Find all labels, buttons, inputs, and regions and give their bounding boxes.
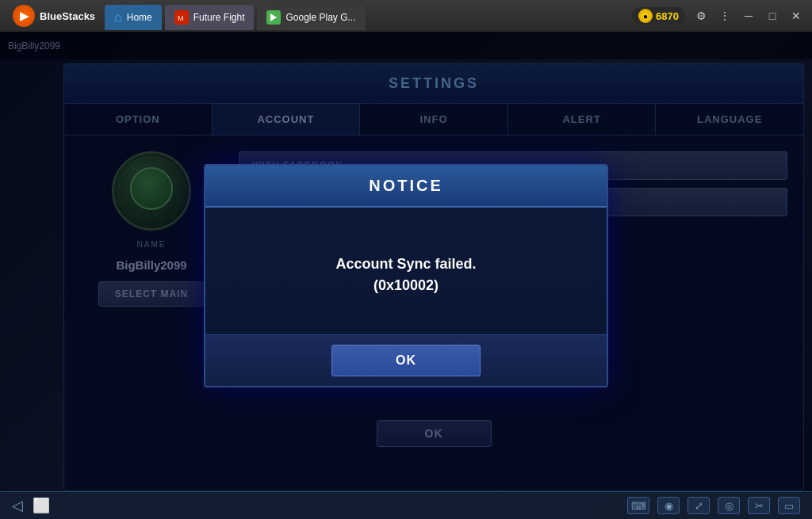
tab-google-play[interactable]: Google Play G... — [257, 5, 365, 30]
notice-message-line2: (0x10002) — [373, 277, 439, 294]
tab-home[interactable]: ⌂ Home — [105, 5, 162, 30]
tab-home-label: Home — [127, 12, 152, 23]
title-bar: ▶ BlueStacks ⌂ Home M Future Fight Googl… — [0, 0, 812, 32]
bluestacks-label: BlueStacks — [40, 10, 95, 22]
notice-message-line1: Account Sync failed. — [335, 256, 476, 273]
taskbar-left: ◁ ⬜ — [12, 497, 50, 514]
bluestacks-logo: ▶ BlueStacks — [6, 5, 102, 27]
location-icon[interactable]: ◎ — [718, 497, 740, 514]
tablet-icon[interactable]: ▭ — [778, 497, 800, 514]
window-controls: ⚙ ⋮ ─ □ ✕ — [691, 6, 806, 25]
scissors-icon[interactable]: ✂ — [748, 497, 770, 514]
notice-title: NOTICE — [369, 177, 443, 194]
bluestacks-icon: ▶ — [13, 5, 35, 27]
game-area: BigBilly2099 SETTINGS OPTION ACCOUNT INF… — [0, 32, 812, 519]
notice-dialog: NOTICE Account Sync failed. (0x10002) OK — [204, 164, 608, 387]
restore-button[interactable]: □ — [763, 6, 782, 25]
taskbar: ◁ ⬜ ⌨ ◉ ⤢ ◎ ✂ ▭ — [0, 491, 812, 519]
tab-google-play-label: Google Play G... — [285, 12, 355, 23]
title-bar-right: ● 6870 ⚙ ⋮ ─ □ ✕ — [632, 6, 806, 25]
fullscreen-icon[interactable]: ⤢ — [688, 497, 710, 514]
coin-icon: ● — [638, 9, 653, 23]
eye-icon[interactable]: ◉ — [657, 497, 680, 514]
taskbar-right: ⌨ ◉ ⤢ ◎ ✂ ▭ — [627, 497, 800, 514]
home-icon: ⌂ — [114, 10, 122, 25]
title-bar-left: ▶ BlueStacks ⌂ Home M Future Fight Googl… — [6, 2, 366, 30]
notice-body: Account Sync failed. (0x10002) — [205, 208, 607, 334]
back-icon[interactable]: ◁ — [12, 497, 23, 514]
future-fight-icon: M — [174, 10, 189, 25]
notice-ok-button[interactable]: OK — [331, 345, 481, 376]
notice-title-bar: NOTICE — [205, 166, 607, 208]
tab-future-fight[interactable]: M Future Fight — [165, 5, 255, 30]
minimize-button[interactable]: ─ — [739, 6, 758, 25]
menu-icon[interactable]: ⋮ — [715, 6, 734, 25]
settings-icon[interactable]: ⚙ — [691, 6, 710, 25]
google-play-icon — [266, 10, 281, 25]
notice-footer: OK — [205, 334, 607, 386]
svg-marker-2 — [270, 13, 277, 21]
tab-future-fight-label: Future Fight — [193, 12, 245, 23]
notice-overlay: NOTICE Account Sync failed. (0x10002) OK — [0, 32, 812, 519]
home-nav-icon[interactable]: ⬜ — [33, 497, 50, 514]
coin-value: 6870 — [656, 10, 679, 22]
coin-display: ● 6870 — [632, 7, 685, 25]
keyboard-icon[interactable]: ⌨ — [627, 497, 649, 514]
close-button[interactable]: ✕ — [787, 6, 806, 25]
svg-text:M: M — [178, 14, 184, 22]
